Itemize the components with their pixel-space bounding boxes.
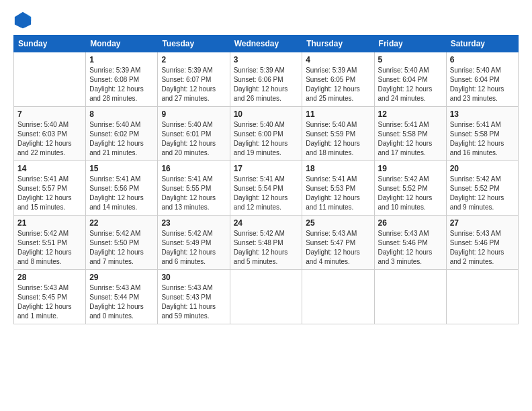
day-number: 26 [378,218,443,228]
col-header-monday: Monday [86,36,158,52]
day-number: 22 [89,218,154,228]
day-info: Sunrise: 5:42 AM Sunset: 5:50 PM Dayligh… [89,229,154,267]
day-cell: 6Sunrise: 5:40 AM Sunset: 6:04 PM Daylig… [446,52,518,107]
day-number: 27 [450,218,515,228]
calendar-header: SundayMondayTuesdayWednesdayThursdayFrid… [14,36,519,52]
week-row-4: 21Sunrise: 5:42 AM Sunset: 5:51 PM Dayli… [14,216,519,270]
day-cell [230,270,302,324]
day-info: Sunrise: 5:41 AM Sunset: 5:57 PM Dayligh… [17,175,82,212]
day-number: 13 [450,109,515,119]
week-row-2: 7Sunrise: 5:40 AM Sunset: 6:03 PM Daylig… [14,107,519,161]
day-number: 16 [161,164,226,173]
col-header-friday: Friday [374,36,446,52]
day-number: 19 [378,164,443,173]
day-cell: 8Sunrise: 5:40 AM Sunset: 6:02 PM Daylig… [86,107,158,161]
day-info: Sunrise: 5:41 AM Sunset: 5:54 PM Dayligh… [234,175,299,212]
day-cell: 19Sunrise: 5:42 AM Sunset: 5:52 PM Dayli… [374,161,446,216]
day-info: Sunrise: 5:40 AM Sunset: 6:04 PM Dayligh… [450,66,515,103]
day-cell [374,270,446,324]
day-number: 15 [89,164,154,173]
day-number: 14 [17,164,82,173]
day-info: Sunrise: 5:41 AM Sunset: 5:55 PM Dayligh… [161,175,226,212]
day-number: 25 [306,218,370,228]
day-info: Sunrise: 5:43 AM Sunset: 5:45 PM Dayligh… [17,283,82,321]
day-info: Sunrise: 5:41 AM Sunset: 5:58 PM Dayligh… [378,120,443,158]
day-cell: 15Sunrise: 5:41 AM Sunset: 5:56 PM Dayli… [86,161,158,216]
day-cell: 10Sunrise: 5:40 AM Sunset: 6:00 PM Dayli… [230,107,302,161]
day-info: Sunrise: 5:42 AM Sunset: 5:52 PM Dayligh… [378,175,443,212]
day-number: 1 [89,55,154,64]
day-cell: 3Sunrise: 5:39 AM Sunset: 6:06 PM Daylig… [230,52,302,107]
day-cell: 21Sunrise: 5:42 AM Sunset: 5:51 PM Dayli… [14,216,86,270]
day-cell [446,270,518,324]
logo-icon [13,11,32,30]
day-info: Sunrise: 5:43 AM Sunset: 5:43 PM Dayligh… [161,283,226,321]
day-cell: 13Sunrise: 5:41 AM Sunset: 5:58 PM Dayli… [446,107,518,161]
page: SundayMondayTuesdayWednesdayThursdayFrid… [0,0,532,411]
day-info: Sunrise: 5:40 AM Sunset: 6:03 PM Dayligh… [17,120,82,158]
day-info: Sunrise: 5:41 AM Sunset: 5:53 PM Dayligh… [306,175,370,212]
calendar-table: SundayMondayTuesdayWednesdayThursdayFrid… [13,35,519,324]
day-cell: 20Sunrise: 5:42 AM Sunset: 5:52 PM Dayli… [446,161,518,216]
day-cell: 26Sunrise: 5:43 AM Sunset: 5:46 PM Dayli… [374,216,446,270]
day-number: 30 [161,273,226,282]
day-info: Sunrise: 5:39 AM Sunset: 6:07 PM Dayligh… [161,66,226,103]
day-number: 18 [306,164,370,173]
day-cell: 17Sunrise: 5:41 AM Sunset: 5:54 PM Dayli… [230,161,302,216]
day-cell: 25Sunrise: 5:43 AM Sunset: 5:47 PM Dayli… [302,216,374,270]
day-cell: 2Sunrise: 5:39 AM Sunset: 6:07 PM Daylig… [158,52,230,107]
day-info: Sunrise: 5:40 AM Sunset: 6:00 PM Dayligh… [234,120,299,158]
day-info: Sunrise: 5:42 AM Sunset: 5:52 PM Dayligh… [450,175,515,212]
header-row: SundayMondayTuesdayWednesdayThursdayFrid… [14,36,519,52]
day-info: Sunrise: 5:40 AM Sunset: 6:04 PM Dayligh… [378,66,443,103]
day-info: Sunrise: 5:39 AM Sunset: 6:06 PM Dayligh… [234,66,299,103]
day-number: 7 [17,109,82,119]
day-number: 3 [234,55,299,64]
col-header-sunday: Sunday [14,36,86,52]
day-cell: 7Sunrise: 5:40 AM Sunset: 6:03 PM Daylig… [14,107,86,161]
day-number: 20 [450,164,515,173]
day-info: Sunrise: 5:39 AM Sunset: 6:08 PM Dayligh… [89,66,154,103]
day-number: 9 [161,109,226,119]
day-number: 5 [378,55,443,64]
header [13,11,519,30]
day-number: 6 [450,55,515,64]
col-header-thursday: Thursday [302,36,374,52]
day-number: 12 [378,109,443,119]
day-info: Sunrise: 5:42 AM Sunset: 5:49 PM Dayligh… [161,229,226,267]
day-cell: 11Sunrise: 5:40 AM Sunset: 5:59 PM Dayli… [302,107,374,161]
svg-marker-0 [15,12,31,28]
logo [13,11,35,30]
day-info: Sunrise: 5:42 AM Sunset: 5:48 PM Dayligh… [234,229,299,267]
day-cell: 1Sunrise: 5:39 AM Sunset: 6:08 PM Daylig… [86,52,158,107]
day-cell: 9Sunrise: 5:40 AM Sunset: 6:01 PM Daylig… [158,107,230,161]
day-cell: 23Sunrise: 5:42 AM Sunset: 5:49 PM Dayli… [158,216,230,270]
week-row-1: 1Sunrise: 5:39 AM Sunset: 6:08 PM Daylig… [14,52,519,107]
day-info: Sunrise: 5:41 AM Sunset: 5:58 PM Dayligh… [450,120,515,158]
day-cell [14,52,86,107]
day-number: 28 [17,273,82,282]
day-info: Sunrise: 5:39 AM Sunset: 6:05 PM Dayligh… [306,66,370,103]
day-cell: 14Sunrise: 5:41 AM Sunset: 5:57 PM Dayli… [14,161,86,216]
day-info: Sunrise: 5:43 AM Sunset: 5:44 PM Dayligh… [89,283,154,321]
day-cell: 28Sunrise: 5:43 AM Sunset: 5:45 PM Dayli… [14,270,86,324]
calendar-body: 1Sunrise: 5:39 AM Sunset: 6:08 PM Daylig… [14,52,519,324]
day-cell: 16Sunrise: 5:41 AM Sunset: 5:55 PM Dayli… [158,161,230,216]
week-row-3: 14Sunrise: 5:41 AM Sunset: 5:57 PM Dayli… [14,161,519,216]
day-info: Sunrise: 5:43 AM Sunset: 5:46 PM Dayligh… [378,229,443,267]
day-cell: 27Sunrise: 5:43 AM Sunset: 5:46 PM Dayli… [446,216,518,270]
day-number: 10 [234,109,299,119]
day-number: 4 [306,55,370,64]
day-cell: 4Sunrise: 5:39 AM Sunset: 6:05 PM Daylig… [302,52,374,107]
day-info: Sunrise: 5:41 AM Sunset: 5:56 PM Dayligh… [89,175,154,212]
day-number: 2 [161,55,226,64]
day-cell: 29Sunrise: 5:43 AM Sunset: 5:44 PM Dayli… [86,270,158,324]
day-number: 17 [234,164,299,173]
col-header-wednesday: Wednesday [230,36,302,52]
col-header-tuesday: Tuesday [158,36,230,52]
day-number: 23 [161,218,226,228]
day-cell [302,270,374,324]
day-cell: 18Sunrise: 5:41 AM Sunset: 5:53 PM Dayli… [302,161,374,216]
day-info: Sunrise: 5:40 AM Sunset: 5:59 PM Dayligh… [306,120,370,158]
day-info: Sunrise: 5:43 AM Sunset: 5:47 PM Dayligh… [306,229,370,267]
